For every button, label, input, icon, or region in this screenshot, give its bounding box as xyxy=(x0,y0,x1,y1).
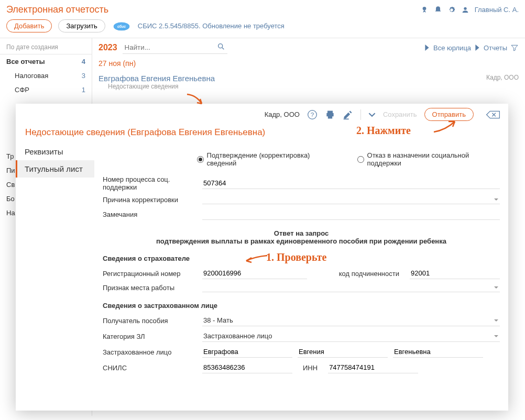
user-icon[interactable] xyxy=(461,6,469,14)
toolbar: Добавить Загрузить сбис СБИС 2.5.545/885… xyxy=(0,17,525,38)
header-actions: Главный С. А. xyxy=(420,6,519,14)
version-text: СБИС 2.5.545/8855. Обновление не требует… xyxy=(138,22,285,30)
svg-text:?: ? xyxy=(311,111,314,118)
link-reports[interactable]: Отчеты xyxy=(484,44,507,52)
label-process: Номер процесса соц. поддержки xyxy=(103,175,197,191)
user-name[interactable]: Главный С. А. xyxy=(475,6,519,14)
load-button[interactable]: Загрузить xyxy=(58,19,105,32)
page-title: Электронная отчетость xyxy=(6,4,108,15)
sbis-logo: сбис xyxy=(112,20,132,32)
label-snils: СНИЛС xyxy=(103,364,197,372)
triangle-icon xyxy=(474,45,480,51)
list-org: Кадр, ООО xyxy=(486,74,519,81)
save-button: Сохранить xyxy=(383,110,417,118)
date-header: 27 ноя (пн) xyxy=(92,57,525,70)
response-sub: подтверждения выплаты в рамках единоврем… xyxy=(103,237,500,245)
print-icon[interactable] xyxy=(325,109,335,120)
input-firstname[interactable] xyxy=(298,346,388,358)
radio-icon xyxy=(197,156,204,163)
sidebar-item-tax[interactable]: Налоговая 3 xyxy=(0,69,92,83)
label-inn: ИНН xyxy=(298,364,323,372)
label-workplace: Признак места работы xyxy=(103,284,197,292)
sidebar-item-label: Все отчеты xyxy=(6,58,45,65)
edit-icon[interactable] xyxy=(343,109,353,120)
input-patronymic[interactable] xyxy=(393,346,483,358)
label-regnum: Регистрационный номер xyxy=(103,270,197,278)
gear-icon[interactable] xyxy=(447,6,456,14)
input-process[interactable] xyxy=(202,178,500,189)
svg-point-0 xyxy=(422,7,426,10)
input-lastname[interactable] xyxy=(202,346,292,358)
svg-line-6 xyxy=(222,48,224,49)
dialog-tabs: Реквизиты Титульный лист xyxy=(16,143,94,411)
dialog-form: Подтверждение (корректировка) сведений О… xyxy=(94,143,508,411)
close-button[interactable] xyxy=(484,108,502,121)
dialog-title: Недостающие сведения (Евграфова Евгения … xyxy=(16,125,508,143)
report-list-item[interactable]: Кадр, ООО Евграфова Евгения Евгеньевна Н… xyxy=(92,70,525,94)
input-notes[interactable] xyxy=(202,208,500,220)
chevron-down-icon[interactable] xyxy=(368,111,376,118)
radio-label: Подтверждение (корректировка) сведений xyxy=(207,151,336,167)
search-icon[interactable] xyxy=(217,42,225,51)
label-subcode: код подчиненности xyxy=(334,270,404,278)
radio-icon xyxy=(357,156,364,163)
svg-point-1 xyxy=(464,7,466,9)
input-inn[interactable] xyxy=(328,362,418,373)
dialog-org[interactable]: Кадр, ООО xyxy=(265,110,300,118)
sidebar-item-all[interactable]: Все отчеты 4 xyxy=(0,54,92,69)
label-category: Категория ЗЛ xyxy=(103,333,197,340)
list-sub: Недостающие сведения xyxy=(99,83,519,90)
add-button[interactable]: Добавить xyxy=(6,19,52,32)
sidebar-item-count: 4 xyxy=(82,58,85,65)
select-recipient[interactable]: 38 - Мать xyxy=(202,315,500,326)
select-category[interactable]: Застрахованное лицо xyxy=(202,330,500,342)
dialog: Кадр, ООО ? Сохранить Отправить Недостаю… xyxy=(16,104,508,411)
send-button[interactable]: Отправить xyxy=(424,108,474,121)
sidebar-item-label: Налоговая xyxy=(15,72,48,80)
sidebar-item-label: СФР xyxy=(15,86,29,94)
section-insured: Сведения о застрахованном лице xyxy=(103,294,500,313)
select-workplace[interactable] xyxy=(202,283,500,292)
sidebar-item-count: 1 xyxy=(82,86,85,94)
input-subcode[interactable] xyxy=(410,268,500,279)
label-notes: Замечания xyxy=(103,211,197,218)
label-insured: Застрахованное лицо xyxy=(103,348,197,356)
search-input[interactable] xyxy=(123,41,227,54)
radio-refusal[interactable]: Отказ в назначении социальной поддержки xyxy=(357,151,500,167)
svg-point-5 xyxy=(218,44,222,48)
sidebar-item-sfr[interactable]: СФР 1 xyxy=(0,83,92,97)
input-regnum[interactable] xyxy=(202,268,307,279)
label-reason: Причина корректировки xyxy=(103,196,197,204)
radio-confirmation[interactable]: Подтверждение (корректировка) сведений xyxy=(197,151,336,167)
triangle-icon xyxy=(424,45,430,51)
list-title: Евграфова Евгения Евгеньевна xyxy=(99,74,519,83)
input-snils[interactable] xyxy=(202,362,292,373)
badge-icon[interactable] xyxy=(420,6,429,14)
tab-requisites[interactable]: Реквизиты xyxy=(16,143,94,160)
filter-icon[interactable] xyxy=(510,43,519,52)
response-title: Ответ на запрос xyxy=(103,229,500,237)
year-selector[interactable]: 2023 xyxy=(99,43,117,52)
search-box xyxy=(123,41,227,54)
radio-label: Отказ в назначении социальной поддержки xyxy=(367,151,500,167)
bell-icon[interactable] xyxy=(434,6,442,14)
label-recipient: Получатель пособия xyxy=(103,317,197,325)
tab-title-page[interactable]: Титульный лист xyxy=(16,160,94,178)
link-all-orgs[interactable]: Все юрлица xyxy=(433,44,471,52)
sidebar-item-count: 3 xyxy=(82,72,85,80)
help-icon[interactable]: ? xyxy=(307,109,318,120)
section-insurer: Сведения о страхователе xyxy=(103,247,500,266)
sidebar-sort[interactable]: По дате создания xyxy=(0,40,92,54)
svg-text:сбис: сбис xyxy=(117,25,126,28)
select-reason[interactable] xyxy=(202,195,500,204)
